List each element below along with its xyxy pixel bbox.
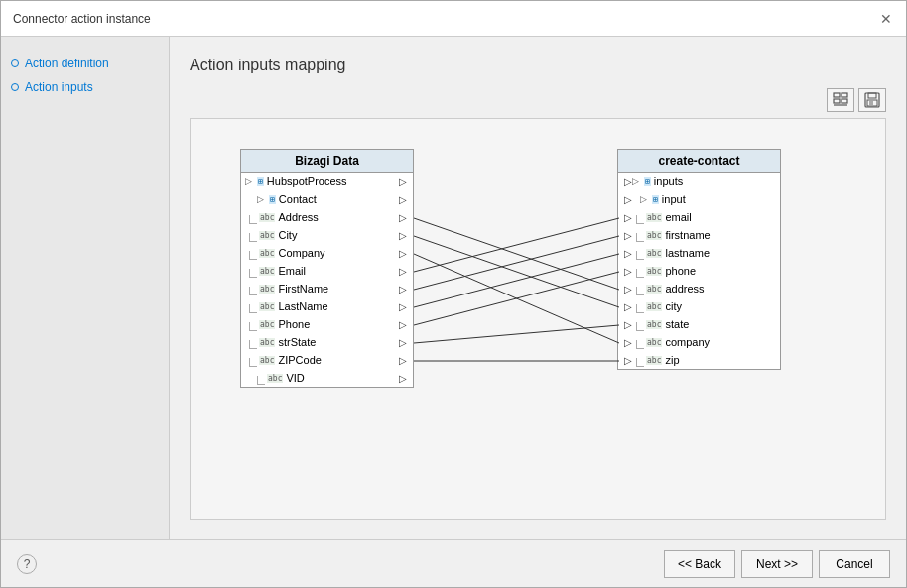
list-item: ▷ abc lastname	[618, 244, 780, 262]
grid-icon: ⊞	[257, 177, 264, 186]
svg-line-14	[414, 254, 619, 307]
abc-icon: abc	[646, 338, 662, 347]
list-item: abc VID ▷	[241, 369, 413, 387]
expand-icon[interactable]: ▷	[245, 176, 255, 186]
window-title: Connector action instance	[13, 12, 151, 26]
svg-line-10	[414, 236, 619, 307]
svg-rect-0	[834, 93, 840, 97]
sidebar-item-action-definition[interactable]: Action definition	[11, 57, 159, 70]
bizagi-data-content: ▷ ⊞ HubspotProcess ▷ ▷ ⊞ Contact	[241, 173, 413, 387]
content-area: Action definition Action inputs Action i…	[1, 37, 906, 539]
port-right: ▷	[399, 266, 409, 277]
port-left: ▷	[622, 355, 632, 366]
list-item: abc Email ▷	[241, 262, 413, 280]
list-item: ▷ abc phone	[618, 262, 780, 280]
port-left: ▷	[622, 266, 632, 277]
toolbar	[190, 88, 886, 112]
list-item: ▷ abc state	[618, 315, 780, 333]
svg-rect-2	[834, 99, 840, 103]
port-right: ▷	[399, 194, 409, 205]
abc-icon: abc	[259, 285, 275, 294]
list-item: ▷ abc email	[618, 208, 780, 226]
close-button[interactable]: ✕	[878, 11, 894, 27]
list-item: ▷ abc firstname	[618, 226, 780, 244]
port-right: ▷	[399, 284, 409, 294]
expand-icon[interactable]: ▷	[632, 176, 642, 186]
grid-icon: ⊞	[652, 195, 659, 204]
expand-icon[interactable]: ▷	[257, 194, 267, 204]
footer: ? << Back Next >> Cancel	[1, 539, 906, 587]
create-contact-header: create-contact	[618, 150, 780, 173]
back-button[interactable]: << Back	[664, 550, 735, 578]
sidebar-item-action-inputs[interactable]: Action inputs	[11, 80, 159, 94]
help-button[interactable]: ?	[17, 554, 37, 574]
port-right: ▷	[399, 337, 409, 348]
list-item: ▷ abc city	[618, 297, 780, 315]
list-item: abc Address ▷	[241, 208, 413, 226]
abc-icon: abc	[646, 302, 662, 311]
layout-button[interactable]	[827, 88, 854, 112]
bizagi-data-header: Bizagi Data	[241, 150, 413, 173]
grid-icon: ⊞	[269, 195, 276, 204]
abc-icon: abc	[646, 249, 662, 258]
port-left: ▷	[622, 337, 632, 348]
port-left: ▷	[622, 194, 632, 205]
abc-icon: abc	[646, 213, 662, 222]
port-right: ▷	[399, 373, 409, 384]
svg-line-11	[414, 254, 619, 343]
svg-line-16	[414, 325, 619, 343]
grid-icon: ⊞	[644, 177, 651, 186]
abc-icon: abc	[646, 285, 662, 294]
create-contact-content: ▷ ▷ ⊞ inputs ▷ ▷ ⊞ input	[618, 173, 780, 369]
bullet-icon	[11, 83, 19, 91]
list-item: ▷ ⊞ Contact ▷	[241, 190, 413, 208]
list-item: abc Company ▷	[241, 244, 413, 262]
port-left: ▷	[622, 319, 632, 330]
port-right: ▷	[399, 230, 409, 241]
svg-rect-1	[842, 93, 847, 97]
svg-rect-6	[868, 93, 876, 98]
svg-rect-8	[869, 101, 873, 105]
layout-icon	[833, 92, 848, 108]
cancel-button[interactable]: Cancel	[819, 550, 890, 578]
abc-icon: abc	[259, 249, 275, 258]
svg-line-12	[414, 218, 619, 272]
list-item: abc City ▷	[241, 226, 413, 244]
list-item: ▷ ⊞ HubspotProcess ▷	[241, 173, 413, 190]
svg-line-15	[414, 272, 619, 325]
svg-line-13	[414, 236, 619, 290]
port-left: ▷	[622, 212, 632, 223]
svg-rect-3	[842, 99, 847, 103]
main-panel: Action inputs mapping	[170, 37, 906, 539]
abc-icon: abc	[259, 356, 275, 365]
bizagi-data-box: Bizagi Data ▷ ⊞ HubspotProcess ▷	[240, 149, 414, 388]
abc-icon: abc	[646, 356, 662, 365]
list-item: abc ZIPCode ▷	[241, 351, 413, 369]
list-item: ▷ abc zip	[618, 351, 780, 369]
port-left: ▷	[622, 230, 632, 241]
port-right: ▷	[399, 301, 409, 312]
save-button[interactable]	[858, 88, 886, 112]
sidebar-item-label: Action definition	[25, 57, 109, 70]
list-item: abc strState ▷	[241, 333, 413, 351]
save-icon	[864, 92, 880, 108]
main-window: Connector action instance ✕ Action defin…	[0, 0, 907, 588]
mapping-area: Bizagi Data ▷ ⊞ HubspotProcess ▷	[190, 118, 886, 520]
abc-icon: abc	[259, 338, 275, 347]
list-item: abc LastName ▷	[241, 297, 413, 315]
abc-icon: abc	[259, 320, 275, 329]
abc-icon: abc	[646, 320, 662, 329]
list-item: abc FirstName ▷	[241, 280, 413, 297]
expand-icon[interactable]: ▷	[640, 194, 650, 204]
abc-icon: abc	[259, 213, 275, 222]
abc-icon: abc	[646, 231, 662, 240]
next-button[interactable]: Next >>	[741, 550, 813, 578]
port-left: ▷	[622, 301, 632, 312]
port-right: ▷	[399, 248, 409, 259]
abc-icon: abc	[259, 302, 275, 311]
svg-line-9	[414, 218, 619, 290]
abc-icon: abc	[259, 267, 275, 276]
port-right: ▷	[399, 319, 409, 330]
title-bar: Connector action instance ✕	[1, 1, 906, 37]
abc-icon: abc	[259, 231, 275, 240]
